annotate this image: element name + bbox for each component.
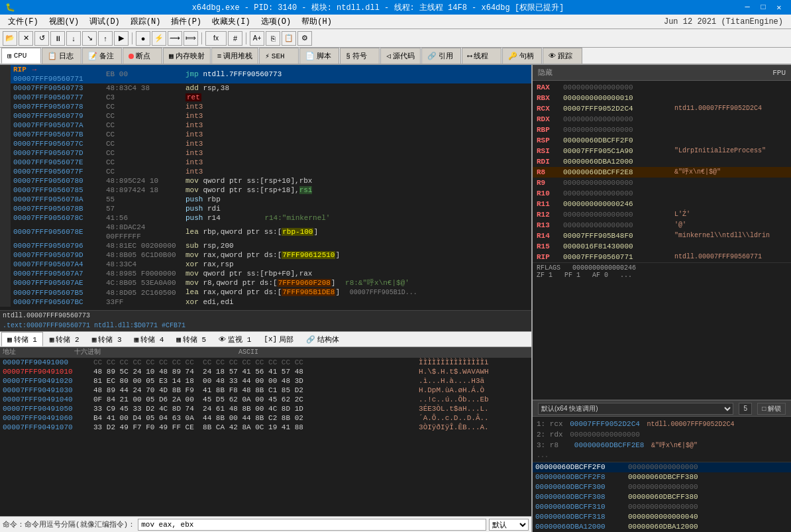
toolbar-stepover[interactable]: ↘ [82, 31, 97, 46]
menu-file[interactable]: 文件(F) [3, 15, 44, 28]
dump-row[interactable]: 00007FFF90491010 48 89 5C 24 10 48 89 74… [0, 367, 531, 376]
menu-view[interactable]: 视图(V) [44, 15, 85, 28]
disasm-row[interactable]: 00007FFF90560796 48:81EC 00200000 sub rs… [0, 241, 531, 250]
disasm-row[interactable]: 00007FFF905607BC 33FF xor edi,edi [0, 297, 531, 307]
tab-threads[interactable]: ⟷ 线程 [462, 48, 501, 64]
toolbar-hash[interactable]: # [228, 31, 242, 46]
disasm-row[interactable]: 00007FFF9056077C CC int3 [0, 139, 531, 148]
dump-row[interactable]: 00007FFF90491040 0F 84 21 00 05 D6 2A 00… [0, 395, 531, 404]
disasm-row[interactable]: 00007FFF9056077F CC int3 [0, 167, 531, 176]
toolbar-bp[interactable]: ● [136, 31, 150, 46]
tab-symbols[interactable]: § 符号 [340, 48, 380, 64]
reg-table-area[interactable]: RAX 0000000000000000 RBX 000000000000001… [533, 81, 791, 399]
reg-rbp[interactable]: RBP 0000000000000000 [533, 125, 791, 135]
toolbar-trace2[interactable]: ⟾ [184, 31, 198, 46]
dump-row[interactable]: 00007FFF90491020 81 EC 80 00 05 E3 14 18… [0, 376, 531, 386]
toolbar-font[interactable]: A+ [250, 31, 264, 46]
toolbar-trace1[interactable]: ⟿ [168, 31, 182, 46]
disasm-row[interactable]: 00007FFF905607AE 4C:8B05 53EA0A00 mov r8… [0, 278, 531, 288]
reg-r15[interactable]: R15 0000016F81430000 [533, 241, 791, 252]
tab-seh[interactable]: ⚡ SEH [259, 48, 299, 64]
disasm-row[interactable]: 00007FFF905607A7 48:8985 F0000000 mov qw… [0, 269, 531, 278]
toolbar-pause[interactable]: ⏸ [50, 31, 65, 46]
stack-row[interactable]: 00000060DBA12000 00000060DBA12000 [533, 522, 791, 532]
reg-r9[interactable]: R9 0000000000000000 [533, 178, 791, 188]
tab-notes[interactable]: 📝 备注 [82, 48, 122, 64]
call-arg-2[interactable]: 2: rdx 0000000000000000 [533, 429, 791, 439]
tab-handles[interactable]: 🔑 句柄 [502, 48, 542, 64]
reg-rbx[interactable]: RBX 0000000000000010 [533, 93, 791, 103]
reg-rsi[interactable]: RSI 00007FFF905C1A90 "LdrpInitializeProc… [533, 146, 791, 156]
stack-row[interactable]: 00000060DBCFF2F0 0000000000000000 [533, 462, 791, 472]
toolbar-paste[interactable]: 📋 [282, 31, 296, 46]
call-arg-1[interactable]: 1: rcx 00007FFF9052D2C4 ntdll.00007FFF90… [533, 418, 791, 429]
dump-area[interactable]: 地址 十六进制 ASCII 00007FF90491000 CC CC CC C… [0, 347, 531, 516]
stack-row[interactable]: 00000060DBCFF308 00000060DBCFF380 [533, 492, 791, 502]
stack-row[interactable]: 00000060DBCFF318 0000000000000040 [533, 512, 791, 522]
call-conv-dropdown[interactable]: 默认(x64 快速调用) [538, 403, 733, 415]
tab-breakpoints[interactable]: 断点 [123, 48, 162, 64]
tab-log[interactable]: 📋 日志 [42, 48, 81, 64]
menu-favorites[interactable]: 收藏夹(I) [207, 15, 256, 28]
btab-dump5[interactable]: ▦ 转储 5 [170, 332, 212, 346]
reg-rdi[interactable]: RDI 00000060DBA12000 [533, 156, 791, 167]
dump-row[interactable]: 00007FF90491000 CC CC CC CC CC CC CC CC … [0, 358, 531, 367]
toolbar-copy[interactable]: ⎘ [266, 31, 280, 46]
btab-dump2[interactable]: ▦ 转储 2 [44, 332, 85, 346]
tab-source[interactable]: ◁ 源代码 [380, 48, 421, 64]
dump-row[interactable]: 00007FFF90491050 33 C9 45 33 D2 4C 8D 74… [0, 404, 531, 413]
reg-rsp[interactable]: RSP 00000060DBCFF2F0 [533, 135, 791, 146]
maximize-button[interactable]: □ [757, 1, 770, 13]
call-arg-3[interactable]: 3: r8 00000060DBCFF2E8 &"呼x\n€|$@" [533, 439, 791, 450]
btab-watch[interactable]: 👁 监视 1 [213, 332, 257, 346]
disasm-row[interactable]: 00007FFF9056078A 55 push rbp [0, 195, 531, 204]
tab-refs[interactable]: 🔗 引用 [421, 48, 461, 64]
toolbar-fx[interactable]: fx [205, 31, 227, 46]
minimize-button[interactable]: ─ [741, 1, 754, 13]
reg-r13[interactable]: R13 0000000000000000 '@' [533, 220, 791, 231]
disasm-row[interactable]: 00007FFF905607A4 48:33C4 xor rax,rsp [0, 260, 531, 269]
stack-unlock-button[interactable]: □ 解锁 [757, 403, 786, 415]
disasm-row[interactable]: 00007FFF90560777 C3 ret [0, 93, 531, 102]
disasm-row[interactable]: 00007FFF9056078B 57 push rdi [0, 204, 531, 213]
disasm-row[interactable]: 00007FFF9056078C 41:56 push r14 r14:"min… [0, 213, 531, 223]
btab-locals[interactable]: [x] 局部 [258, 332, 299, 346]
toolbar-run[interactable]: ▶ [114, 31, 129, 46]
menu-debug[interactable]: 调试(D) [84, 15, 125, 28]
menu-options[interactable]: 选项(O) [256, 15, 297, 28]
dump-row[interactable]: 00007FFF90491030 48 89 44 24 70 4D 8B F9… [0, 386, 531, 395]
tab-cpu[interactable]: ⊞ CPU [1, 48, 41, 64]
disasm-row[interactable]: 00007FFF9056077D CC int3 [0, 148, 531, 158]
btab-struct[interactable]: 🔗 结构体 [300, 332, 345, 346]
disasm-row[interactable]: 00007FFF9056078E 48:8DAC24 00FFFFFF lea … [0, 223, 531, 241]
disasm-row[interactable]: 00007FFF90560785 48:897424 18 mov qword … [0, 186, 531, 195]
reg-r10[interactable]: R10 0000000000000000 [533, 188, 791, 199]
dump-row[interactable]: 00007FFF90491060 B4 41 00 D4 05 04 63 0A… [0, 413, 531, 423]
cmd-input[interactable] [138, 519, 486, 531]
stack-row[interactable]: 00000060DBCFF2F8 00000060DBCFF380 [533, 472, 791, 482]
disasm-row[interactable]: 00007FFF9056077B CC int3 [0, 130, 531, 139]
toolbar-close[interactable]: ✕ [19, 31, 33, 46]
tab-callstack[interactable]: ≡ 调用堆栈 [211, 48, 259, 64]
close-button[interactable]: ✕ [772, 1, 786, 13]
dump-row[interactable]: 00007FFF90491070 33 D2 49 F7 F0 49 FF CE… [0, 423, 531, 432]
tab-trace[interactable]: 👁 跟踪 [543, 48, 582, 64]
disasm-row[interactable]: 00007FFF905607B5 48:8D05 2C160500 lea ra… [0, 288, 531, 297]
reg-rcx[interactable]: RCX 00007FFF9052D2C4 ntd11.00007FFF9052D… [533, 103, 791, 114]
btab-dump3[interactable]: ▦ 转储 3 [86, 332, 128, 346]
btab-dump1[interactable]: ▦ 转储 1 [1, 332, 43, 346]
tab-memory[interactable]: ▦ 内存映射 [163, 48, 211, 64]
menu-help[interactable]: 帮助(H) [296, 15, 337, 28]
stack-depth-input[interactable] [739, 403, 752, 415]
toolbar-hw[interactable]: ⚡ [152, 31, 166, 46]
reg-rdx[interactable]: RDX 0000000000000000 [533, 114, 791, 125]
disasm-row[interactable]: 00007FFF9056077E CC int3 [0, 158, 531, 167]
disasm-row[interactable]: 00007FFF9056077A CC int3 [0, 121, 531, 130]
reg-r14[interactable]: R14 00007FFF905B48F0 "minkernel\\ntdll\\… [533, 231, 791, 241]
cmd-dropdown[interactable]: 默认 [489, 519, 529, 531]
menu-trace[interactable]: 跟踪(N) [125, 15, 166, 28]
disasm-area[interactable]: RIP → 00007FFF90560771 EB 00 jmp ntdll.7… [0, 65, 531, 310]
toolbar-open[interactable]: 📂 [3, 31, 17, 46]
disasm-row[interactable]: 00007FFF9056079D 48:8B05 6C1D0B00 mov ra… [0, 250, 531, 260]
disasm-row[interactable]: 00007FFF90560780 48:895C24 10 mov qword … [0, 176, 531, 186]
